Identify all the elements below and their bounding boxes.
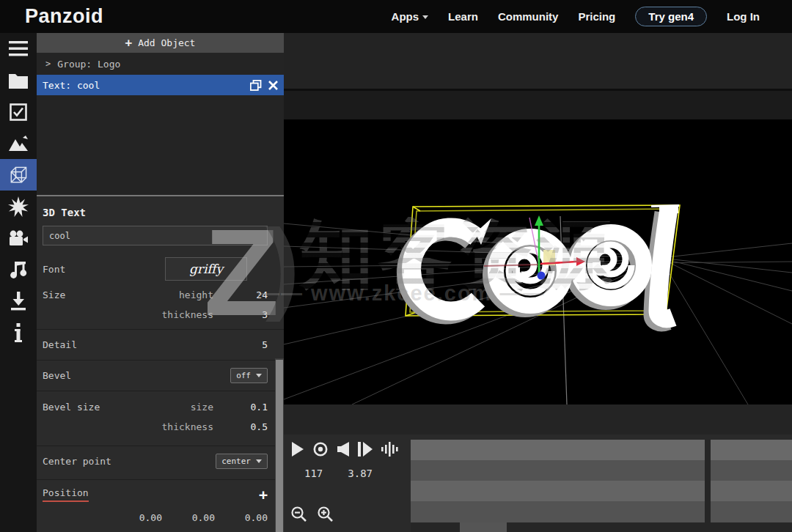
position-label[interactable]: Position <box>43 487 89 502</box>
chevron-down-icon <box>256 459 262 463</box>
chevron-down-icon <box>256 374 262 377</box>
frame-counter: 117 <box>304 468 323 479</box>
bevel-thickness-value[interactable]: 0.5 <box>224 421 268 432</box>
text-cool-row[interactable]: Text: cool <box>37 75 284 95</box>
detail-row: Detail 5 <box>43 333 268 357</box>
bevel-thickness-row: thickness 0.5 <box>43 417 268 437</box>
z-axis-handle[interactable] <box>538 272 546 280</box>
download-icon[interactable] <box>0 285 37 317</box>
folder-icon[interactable] <box>0 64 37 96</box>
stage-area: 117 3.87 <box>284 33 792 532</box>
add-position-keyframe-button[interactable]: + <box>259 486 268 503</box>
font-label: Font <box>43 264 131 275</box>
timeline-zoom-controls <box>291 506 334 522</box>
login-button[interactable]: Log In <box>727 10 760 23</box>
size-height-row: Size height 24 <box>43 285 268 305</box>
plus-icon: + <box>125 36 133 50</box>
position-x[interactable]: 0.00 <box>109 512 162 523</box>
scrollbar-thumb[interactable] <box>276 360 283 532</box>
viewport-3d[interactable] <box>284 119 792 404</box>
preview-eye-button[interactable] <box>312 442 329 457</box>
chevron-down-icon <box>422 15 428 19</box>
size-thickness-row: thickness 3 <box>43 305 268 325</box>
height-label: height <box>131 289 224 300</box>
section-title: 3D Text <box>43 196 268 226</box>
height-value[interactable]: 24 <box>224 289 268 300</box>
size-label: Size <box>43 289 131 300</box>
close-icon[interactable] <box>268 81 278 90</box>
timeline-track[interactable] <box>411 440 792 460</box>
nav-item-learn[interactable]: Learn <box>448 10 478 23</box>
timeline-readout: 117 3.87 <box>304 468 373 479</box>
music-icon[interactable] <box>0 254 37 285</box>
rotation-header: Rotation + <box>43 528 268 532</box>
left-icon-rail <box>0 33 37 532</box>
top-navbar: Panzoid Apps Learn Community Pricing Try… <box>0 0 792 33</box>
viewport-canvas <box>284 119 792 404</box>
nav-item-pricing[interactable]: Pricing <box>578 10 615 23</box>
nav-menu: Apps Learn Community Pricing Try gen4 Lo… <box>392 7 760 26</box>
cube-icon[interactable] <box>0 159 37 191</box>
timeline-track[interactable] <box>411 481 792 501</box>
font-picker[interactable]: griffy <box>165 257 247 281</box>
viewport-upper-bar <box>284 91 792 119</box>
object-list-empty-area <box>37 95 284 195</box>
bevel-label: Bevel <box>43 370 131 381</box>
playback-controls <box>291 442 400 457</box>
bevel-row: Bevel off <box>43 363 268 388</box>
bevel-size-size-label: size <box>131 402 224 413</box>
nav-item-apps[interactable]: Apps <box>392 10 429 23</box>
position-z[interactable]: 0.00 <box>215 512 268 523</box>
timeline-scroll-thumb[interactable] <box>460 522 507 532</box>
waveform-button[interactable] <box>381 442 400 457</box>
zoom-in-icon[interactable] <box>318 506 334 522</box>
bevel-dropdown[interactable]: off <box>230 368 268 383</box>
thickness-value[interactable]: 3 <box>224 309 268 320</box>
step-forward-button[interactable] <box>358 442 373 457</box>
image-icon[interactable] <box>0 128 37 159</box>
zoom-out-icon[interactable] <box>291 506 307 522</box>
time-counter: 3.87 <box>348 468 373 479</box>
timeline-panel: 117 3.87 <box>284 435 792 532</box>
bevel-size-value[interactable]: 0.1 <box>224 402 268 413</box>
info-icon[interactable] <box>0 317 37 348</box>
timeline-section-divider <box>705 440 711 522</box>
panzoid-logo[interactable]: Panzoid <box>25 5 103 28</box>
thickness-label: thickness <box>131 309 224 320</box>
viewport-top-strip <box>284 33 792 89</box>
bevel-thickness-label: thickness <box>131 421 224 432</box>
font-row: Font griffy <box>43 253 268 285</box>
bevel-size-label: Bevel size <box>43 402 131 413</box>
burst-icon[interactable] <box>0 191 37 222</box>
play-button[interactable] <box>291 442 304 457</box>
add-object-button[interactable]: + Add Object <box>37 33 284 53</box>
center-point-label: Center point <box>43 456 153 467</box>
checkbox-icon[interactable] <box>0 96 37 128</box>
position-header: Position + <box>43 483 268 506</box>
text-value-input[interactable] <box>43 226 268 245</box>
audio-mute-button[interactable] <box>337 442 349 457</box>
panel-scrollbar[interactable] <box>275 358 284 532</box>
detail-label: Detail <box>43 339 131 350</box>
expand-chevron-icon: > <box>45 59 51 69</box>
left-panel: + Add Object > Group: Logo Text: cool 3D… <box>37 33 284 532</box>
try-gen4-button[interactable]: Try gen4 <box>635 7 707 26</box>
timeline-tracks[interactable] <box>411 435 792 532</box>
timeline-track[interactable] <box>411 460 792 481</box>
duplicate-icon[interactable] <box>250 80 262 91</box>
center-point-dropdown[interactable]: center <box>216 454 268 469</box>
properties-section: 3D Text Font griffy Size height 24 thick… <box>37 195 284 532</box>
nav-item-community[interactable]: Community <box>498 10 559 23</box>
position-y[interactable]: 0.00 <box>162 512 215 523</box>
center-point-row: Center point center <box>43 449 268 473</box>
timeline-track[interactable] <box>411 501 792 522</box>
video-camera-icon[interactable] <box>0 222 37 254</box>
viewport-bottom-strip <box>284 404 792 435</box>
position-values: 0.00 0.00 0.00 <box>43 506 268 528</box>
group-logo-row[interactable]: > Group: Logo <box>37 53 284 75</box>
detail-value[interactable]: 5 <box>224 339 268 350</box>
bevel-size-row: Bevel size size 0.1 <box>43 397 268 417</box>
menu-icon[interactable] <box>0 33 37 64</box>
